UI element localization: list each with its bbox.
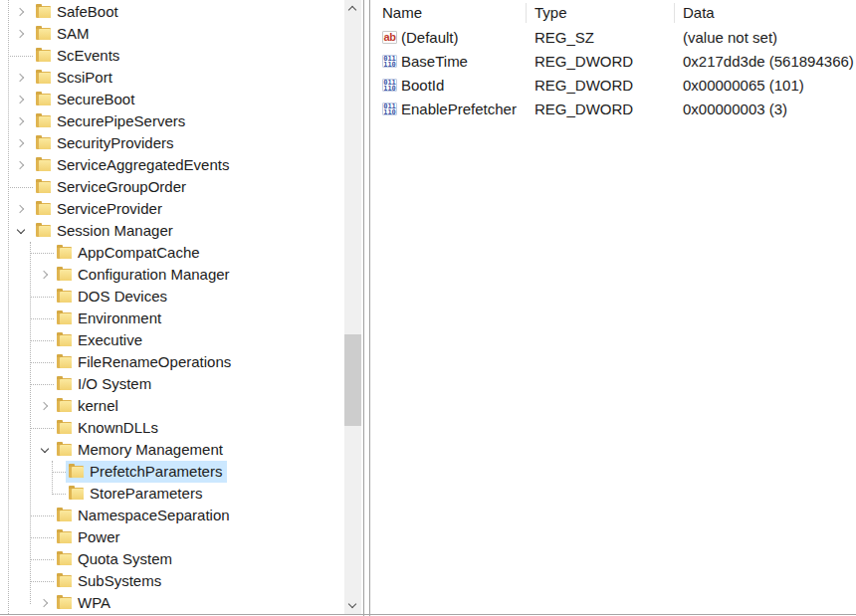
folder-icon <box>57 378 72 390</box>
chevron-right-icon[interactable] <box>16 138 27 149</box>
column-divider[interactable] <box>674 3 675 23</box>
tree-node[interactable]: Configuration Manager <box>54 264 235 286</box>
tree-item-power[interactable]: Power <box>0 526 344 548</box>
tree-item-label: StoreParameters <box>90 483 202 505</box>
value-name: EnablePrefetcher <box>401 98 517 121</box>
tree-node[interactable]: SecureBoot <box>33 89 139 110</box>
tree-item-label: Configuration Manager <box>78 264 230 286</box>
tree-item-label: PrefetchParameters <box>90 461 222 483</box>
column-header-data[interactable]: Data <box>683 0 715 26</box>
tree-item-memory-management[interactable]: Memory Management <box>0 439 344 461</box>
selected-tree-node[interactable]: PrefetchParameters <box>66 461 227 483</box>
tree-node[interactable]: Power <box>54 526 125 548</box>
tree-item-configuration-manager[interactable]: Configuration Manager <box>0 264 344 286</box>
tree-node[interactable]: KnownDLLs <box>54 417 163 439</box>
column-header-name[interactable]: Name <box>382 0 422 26</box>
chevron-right-icon[interactable] <box>16 116 27 127</box>
column-header-type[interactable]: Type <box>535 0 567 26</box>
tree-item-label: SAM <box>57 23 90 45</box>
chevron-right-icon[interactable] <box>16 204 27 215</box>
tree-node[interactable]: ServiceProvider <box>33 198 167 220</box>
chevron-right-icon[interactable] <box>16 95 27 105</box>
chevron-right-icon[interactable] <box>16 73 27 84</box>
chevron-right-icon[interactable] <box>40 598 51 609</box>
tree-item-subsystems[interactable]: SubSystems <box>0 570 344 592</box>
scrollbar-thumb[interactable] <box>344 334 361 426</box>
tree-node[interactable]: SecurityProviders <box>33 132 179 154</box>
tree-node[interactable]: DOS Devices <box>54 286 172 308</box>
chevron-down-icon[interactable] <box>16 226 27 237</box>
chevron-down-icon[interactable] <box>40 445 51 456</box>
tree-item-sam[interactable]: SAM <box>0 23 344 45</box>
tree-node[interactable]: StoreParameters <box>66 483 207 505</box>
tree-item-executive[interactable]: Executive <box>0 329 344 351</box>
tree-node[interactable]: ScEvents <box>33 45 124 67</box>
chevron-right-icon[interactable] <box>40 270 51 281</box>
tree-item-prefetchparameters[interactable]: PrefetchParameters <box>0 461 344 483</box>
chevron-right-icon[interactable] <box>40 401 51 412</box>
tree-connector <box>8 56 33 57</box>
tree-node[interactable]: ServiceGroupOrder <box>33 176 191 198</box>
tree-item-namespaceseparation[interactable]: NamespaceSeparation <box>0 505 344 526</box>
chevron-right-icon[interactable] <box>16 7 27 18</box>
tree-item-serviceprovider[interactable]: ServiceProvider <box>0 198 344 220</box>
registry-value-row-default[interactable]: ab(Default)REG_SZ(value not set) <box>370 26 856 50</box>
tree-item-kernel[interactable]: kernel <box>0 395 344 417</box>
tree-item-serviceaggregatedevents[interactable]: ServiceAggregatedEvents <box>0 154 344 176</box>
tree-node[interactable]: Memory Management <box>54 439 228 461</box>
folder-icon <box>57 553 72 565</box>
registry-tree: SafeBootSAMScEventsScsiPortSecureBootSec… <box>0 0 344 614</box>
tree-node[interactable]: SAM <box>33 23 95 45</box>
tree-item-scevents[interactable]: ScEvents <box>0 45 344 67</box>
tree-item-dos-devices[interactable]: DOS Devices <box>0 286 344 308</box>
folder-icon <box>57 531 72 543</box>
tree-node[interactable]: ScsiPort <box>33 67 117 89</box>
scroll-up-button[interactable] <box>344 0 361 17</box>
column-divider[interactable] <box>526 3 527 23</box>
registry-value-row-basetime[interactable]: 011110BaseTimeREG_DWORD0x217dd3de (56189… <box>370 50 856 74</box>
tree-node[interactable]: Session Manager <box>33 220 178 242</box>
tree-node[interactable]: SubSystems <box>54 570 166 592</box>
dword-value-icon: 011110 <box>382 103 397 115</box>
chevron-right-icon[interactable] <box>16 29 27 40</box>
tree-item-session-manager[interactable]: Session Manager <box>0 220 344 242</box>
registry-value-row-bootid[interactable]: 011110BootIdREG_DWORD0x00000065 (101) <box>370 74 856 98</box>
scroll-down-button[interactable] <box>344 597 361 614</box>
tree-item-knowndlls[interactable]: KnownDLLs <box>0 417 344 439</box>
tree-node[interactable]: FileRenameOperations <box>54 351 236 373</box>
tree-item-label: KnownDLLs <box>78 417 158 439</box>
folder-icon <box>57 334 72 346</box>
tree-item-environment[interactable]: Environment <box>0 308 344 329</box>
tree-item-securityproviders[interactable]: SecurityProviders <box>0 132 344 154</box>
tree-node[interactable]: WPA <box>54 592 115 614</box>
tree-item-label: Quota System <box>78 548 172 570</box>
tree-node[interactable]: ServiceAggregatedEvents <box>33 154 234 176</box>
tree-item-servicegrouporder[interactable]: ServiceGroupOrder <box>0 176 344 198</box>
tree-item-label: ScsiPort <box>57 67 112 89</box>
tree-node[interactable]: Executive <box>54 329 147 351</box>
tree-node[interactable]: NamespaceSeparation <box>54 505 235 526</box>
tree-node[interactable]: Environment <box>54 308 166 329</box>
tree-item-wpa[interactable]: WPA <box>0 592 344 614</box>
tree-item-i-o-system[interactable]: I/O System <box>0 373 344 395</box>
tree-item-quota-system[interactable]: Quota System <box>0 548 344 570</box>
folder-icon <box>57 444 72 456</box>
tree-item-safeboot[interactable]: SafeBoot <box>0 1 344 23</box>
tree-item-filerenameoperations[interactable]: FileRenameOperations <box>0 351 344 373</box>
tree-item-storeparameters[interactable]: StoreParameters <box>0 483 344 505</box>
tree-node[interactable]: Quota System <box>54 548 177 570</box>
tree-item-appcompatcache[interactable]: AppCompatCache <box>0 242 344 264</box>
tree-connector <box>30 515 54 516</box>
tree-node[interactable]: AppCompatCache <box>54 242 205 264</box>
registry-value-row-enableprefetcher[interactable]: 011110EnablePrefetcherREG_DWORD0x0000000… <box>370 98 856 121</box>
tree-node[interactable]: SafeBoot <box>33 1 123 23</box>
tree-scrollbar[interactable] <box>344 0 361 614</box>
tree-item-securepipeservers[interactable]: SecurePipeServers <box>0 110 344 132</box>
tree-node[interactable]: I/O System <box>54 373 156 395</box>
tree-node[interactable]: kernel <box>54 395 123 417</box>
tree-item-scsiport[interactable]: ScsiPort <box>0 67 344 89</box>
tree-item-secureboot[interactable]: SecureBoot <box>0 89 344 110</box>
value-data: (value not set) <box>683 26 777 50</box>
chevron-right-icon[interactable] <box>16 160 27 171</box>
tree-node[interactable]: SecurePipeServers <box>33 110 190 132</box>
